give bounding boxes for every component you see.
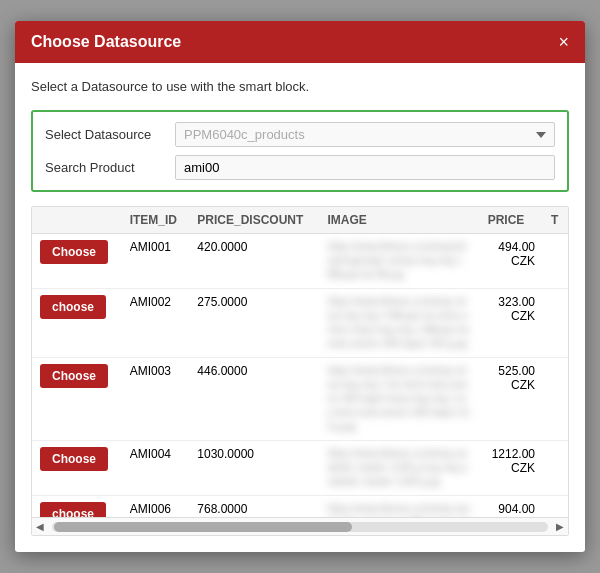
- col-item-id: ITEM_ID: [122, 207, 190, 234]
- item-id-cell: AMI006: [122, 496, 190, 518]
- search-label: Search Product: [45, 160, 175, 175]
- choose-cell: Choose: [32, 441, 122, 496]
- table-row: choose AMI002 275.0000 https://www.fitne…: [32, 289, 568, 358]
- t-cell: [543, 234, 568, 289]
- choose-datasource-modal: Choose Datasource × Select a Datasource …: [15, 21, 585, 552]
- horizontal-scrollbar[interactable]: ◀ ▶: [32, 517, 568, 535]
- image-url: https://www.fitness.cz/eshop shop img or…: [328, 296, 469, 349]
- datasource-label: Select Datasource: [45, 127, 175, 142]
- form-box: Select Datasource PPM6040c_products Sear…: [31, 110, 569, 192]
- modal-subtitle: Select a Datasource to use with the smar…: [31, 79, 569, 94]
- image-url: https://www.fitness.cz/eshop amino the c…: [328, 503, 471, 517]
- choose-button[interactable]: Choose: [40, 240, 108, 264]
- price-discount-cell: 275.0000: [189, 289, 319, 358]
- choose-cell: Choose: [32, 234, 122, 289]
- price-cell: 1212.00CZK: [480, 441, 543, 496]
- choose-cell: Choose: [32, 358, 122, 441]
- price-cell: 323.00CZK: [480, 289, 543, 358]
- scroll-right-arrow[interactable]: ▶: [552, 521, 568, 532]
- t-cell: [543, 496, 568, 518]
- col-t: T: [543, 207, 568, 234]
- t-cell: [543, 289, 568, 358]
- image-url: https://www.fitness.cz/eshop anabolic ma…: [328, 448, 468, 487]
- price-discount-cell: 420.0000: [189, 234, 319, 289]
- choose-cell: choose: [32, 496, 122, 518]
- image-url: https://www.fitness.cz/eshop/shop/img/or…: [328, 241, 467, 280]
- choose-cell: choose: [32, 289, 122, 358]
- price-discount-cell: 768.0000: [189, 496, 319, 518]
- table-row: Choose AMI004 1030.0000 https://www.fitn…: [32, 441, 568, 496]
- col-price: PRICE: [480, 207, 543, 234]
- item-id-cell: AMI004: [122, 441, 190, 496]
- choose-button[interactable]: choose: [40, 295, 106, 319]
- choose-button[interactable]: choose: [40, 502, 106, 517]
- modal-body: Select a Datasource to use with the smar…: [15, 63, 585, 552]
- table-scroll-wrapper[interactable]: ITEM_ID PRICE_DISCOUNT IMAGE PRICE T Cho…: [32, 207, 568, 517]
- col-price-discount: PRICE_DISCOUNT: [189, 207, 319, 234]
- product-table: ITEM_ID PRICE_DISCOUNT IMAGE PRICE T Cho…: [32, 207, 568, 517]
- image-cell: https://www.fitness.cz/eshop/shop/img/or…: [320, 234, 480, 289]
- image-cell: https://www.fitness.cz/eshop amino the c…: [320, 496, 480, 518]
- item-id-cell: AMI003: [122, 358, 190, 441]
- search-input[interactable]: [175, 155, 555, 180]
- close-button[interactable]: ×: [558, 33, 569, 51]
- datasource-row: Select Datasource PPM6040c_products: [45, 122, 555, 147]
- scroll-thumb[interactable]: [54, 522, 352, 532]
- t-cell: [543, 358, 568, 441]
- price-cell: 525.00CZK: [480, 358, 543, 441]
- image-cell: https://www.fitness.cz/eshop anabolic ma…: [320, 441, 480, 496]
- item-id-cell: AMI001: [122, 234, 190, 289]
- price-cell: 904.00CZK: [480, 496, 543, 518]
- col-action: [32, 207, 122, 234]
- scroll-track[interactable]: [52, 522, 548, 532]
- col-image: IMAGE: [320, 207, 480, 234]
- table-body: Choose AMI001 420.0000 https://www.fitne…: [32, 234, 568, 518]
- choose-button[interactable]: Choose: [40, 447, 108, 471]
- image-cell: https://www.fitness.cz/eshop shop img or…: [320, 358, 480, 441]
- choose-button[interactable]: Choose: [40, 364, 108, 388]
- product-table-container: ITEM_ID PRICE_DISCOUNT IMAGE PRICE T Cho…: [31, 206, 569, 536]
- image-url: https://www.fitness.cz/eshop shop img or…: [328, 365, 470, 432]
- image-cell: https://www.fitness.cz/eshop shop img or…: [320, 289, 480, 358]
- modal-title: Choose Datasource: [31, 33, 181, 51]
- price-discount-cell: 1030.0000: [189, 441, 319, 496]
- table-header: ITEM_ID PRICE_DISCOUNT IMAGE PRICE T: [32, 207, 568, 234]
- modal-header: Choose Datasource ×: [15, 21, 585, 63]
- item-id-cell: AMI002: [122, 289, 190, 358]
- scroll-left-arrow[interactable]: ◀: [32, 521, 48, 532]
- datasource-select[interactable]: PPM6040c_products: [175, 122, 555, 147]
- search-row: Search Product: [45, 155, 555, 180]
- table-row: Choose AMI003 446.0000 https://www.fitne…: [32, 358, 568, 441]
- table-row: Choose AMI001 420.0000 https://www.fitne…: [32, 234, 568, 289]
- price-discount-cell: 446.0000: [189, 358, 319, 441]
- price-cell: 494.00CZK: [480, 234, 543, 289]
- table-row: choose AMI006 768.0000 https://www.fitne…: [32, 496, 568, 518]
- t-cell: [543, 441, 568, 496]
